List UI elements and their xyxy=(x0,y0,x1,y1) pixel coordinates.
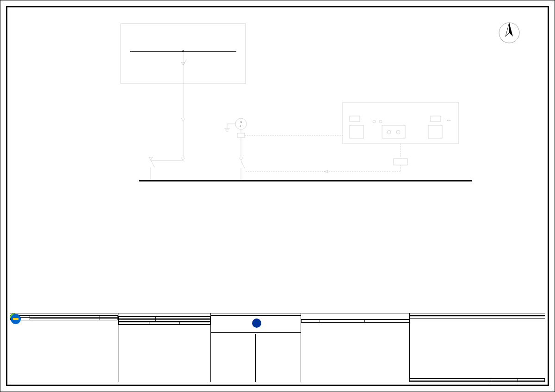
gcp-panel: +○○- xyxy=(343,102,458,158)
title-block xyxy=(10,313,545,382)
svg-rect-18 xyxy=(237,133,245,138)
svg-point-27 xyxy=(387,130,391,134)
svg-point-24 xyxy=(379,120,382,123)
svg-point-23 xyxy=(373,120,376,123)
dg-block: G 3~ xyxy=(224,118,343,138)
svg-line-33 xyxy=(151,160,154,167)
kemen-logo-icon xyxy=(10,313,22,325)
svg-rect-20 xyxy=(343,102,458,144)
akr-icon xyxy=(252,318,261,328)
svg-rect-26 xyxy=(382,125,405,138)
svg-rect-49 xyxy=(13,318,18,320)
svg-rect-32 xyxy=(394,159,407,165)
svg-text:3~: 3~ xyxy=(240,124,242,127)
svg-text:G: G xyxy=(240,121,242,123)
svg-rect-29 xyxy=(428,125,442,138)
incomer-pln xyxy=(149,157,154,181)
schematic-svg: G 3~ xyxy=(0,0,555,315)
svg-rect-25 xyxy=(350,125,364,138)
incomer-dg xyxy=(241,161,245,181)
svg-point-28 xyxy=(396,130,400,134)
svg-line-38 xyxy=(241,161,245,168)
svg-rect-22 xyxy=(431,116,441,122)
svg-point-9 xyxy=(235,118,247,129)
pln-source-box xyxy=(121,24,246,84)
north-arrow xyxy=(499,23,519,43)
svg-rect-21 xyxy=(350,116,360,122)
svg-text:+○○-: +○○- xyxy=(447,119,451,121)
ats-box xyxy=(394,159,407,165)
drawing-sheet: G 3~ xyxy=(0,0,555,392)
